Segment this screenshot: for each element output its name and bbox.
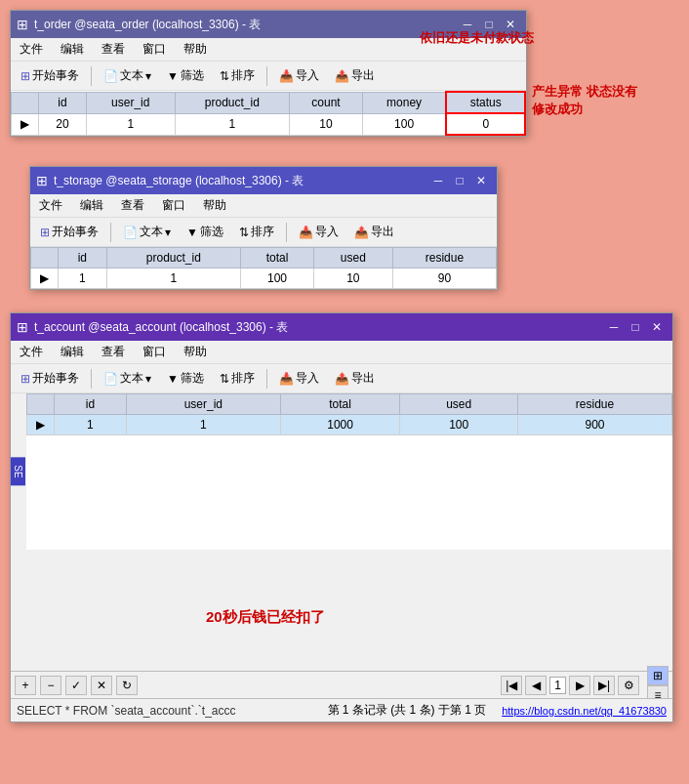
account-begin-transaction-button[interactable]: ⊞ 开始事务 <box>15 367 85 390</box>
account-import-button[interactable]: 📥 导入 <box>273 367 325 390</box>
account-menu-help[interactable]: 帮助 <box>181 343 210 361</box>
storage-import-icon: 📥 <box>299 226 313 239</box>
order-menu-edit[interactable]: 编辑 <box>58 40 87 59</box>
order-text-button[interactable]: 📄 文本▾ <box>98 64 157 87</box>
doc-icon: 📄 <box>103 69 118 83</box>
account-menu-window[interactable]: 窗口 <box>140 343 169 361</box>
storage-window-icon: ⊞ <box>36 173 48 188</box>
order-import-button[interactable]: 📥 导入 <box>273 64 325 87</box>
order-close-button[interactable]: ✕ <box>501 16 520 33</box>
confirm-button[interactable]: ✓ <box>65 676 87 695</box>
order-col-product-id[interactable]: product_id <box>175 92 290 113</box>
account-sort-button[interactable]: ⇅ 排序 <box>214 367 261 390</box>
order-menu-window[interactable]: 窗口 <box>140 40 169 59</box>
account-table-row[interactable]: ▶ 1 1 1000 100 900 <box>27 415 672 435</box>
order-minimize-button[interactable]: ─ <box>458 16 477 33</box>
order-filter-button[interactable]: ▼ 筛选 <box>161 64 210 87</box>
storage-table-row[interactable]: ▶ 1 1 100 10 90 <box>31 268 497 289</box>
account-col-user-id[interactable]: user_id <box>126 394 280 415</box>
order-col-status[interactable]: status <box>446 92 525 113</box>
storage-col-product-id[interactable]: product_id <box>106 248 241 268</box>
grid-view-button[interactable]: ⊞ <box>647 666 669 685</box>
storage-table: id product_id total used residue ▶ 1 1 1… <box>30 247 497 289</box>
account-content-area: SE id user_id total used residue <box>11 393 672 550</box>
storage-toolbar-sep-2 <box>286 223 287 242</box>
storage-minimize-button[interactable]: ─ <box>428 172 448 189</box>
account-import-icon: 📥 <box>279 372 294 386</box>
account-export-button[interactable]: 📤 导出 <box>329 367 381 390</box>
order-col-user-id[interactable]: user_id <box>86 92 175 113</box>
order-cell-product-id: 1 <box>175 113 290 135</box>
account-col-total[interactable]: total <box>280 394 400 415</box>
order-table-row[interactable]: ▶ 20 1 1 10 100 0 <box>12 113 526 135</box>
storage-begin-transaction-button[interactable]: ⊞ 开始事务 <box>34 221 104 243</box>
storage-col-marker <box>31 248 59 268</box>
account-text-button[interactable]: 📄 文本▾ <box>98 367 157 390</box>
storage-menu-view[interactable]: 查看 <box>118 196 147 215</box>
order-sort-button[interactable]: ⇅ 排序 <box>214 64 261 87</box>
settings-button[interactable]: ⚙ <box>618 676 639 695</box>
storage-close-button[interactable]: ✕ <box>471 172 491 189</box>
storage-maximize-button[interactable]: □ <box>450 172 469 189</box>
order-menu-file[interactable]: 文件 <box>17 40 46 59</box>
storage-import-button[interactable]: 📥 导入 <box>293 221 344 243</box>
account-col-used[interactable]: used <box>400 394 518 415</box>
refresh-button[interactable]: ↻ <box>116 676 138 695</box>
account-menu-view[interactable]: 查看 <box>99 343 128 361</box>
order-begin-transaction-button[interactable]: ⊞ 开始事务 <box>15 64 85 87</box>
storage-filter-button[interactable]: ▼ 筛选 <box>181 221 229 243</box>
cancel-record-button[interactable]: ✕ <box>91 676 112 695</box>
order-cell-status: 0 <box>446 113 525 135</box>
account-cell-residue: 900 <box>517 415 671 435</box>
remove-record-button[interactable]: − <box>40 676 61 695</box>
storage-col-used[interactable]: used <box>313 248 392 268</box>
prev-page-button[interactable]: ◀ <box>525 676 547 695</box>
storage-export-button[interactable]: 📤 导出 <box>348 221 400 243</box>
account-menu-edit[interactable]: 编辑 <box>58 343 87 361</box>
storage-cell-product-id: 1 <box>106 268 241 289</box>
order-menu-help[interactable]: 帮助 <box>181 40 210 59</box>
add-record-button[interactable]: + <box>15 676 36 695</box>
storage-menu-edit[interactable]: 编辑 <box>77 196 106 215</box>
next-page-button[interactable]: ▶ <box>569 676 590 695</box>
storage-title-bar: ⊞ t_storage @seata_storage (localhost_33… <box>30 167 497 194</box>
storage-col-id[interactable]: id <box>59 248 107 268</box>
last-page-button[interactable]: ▶| <box>593 676 615 695</box>
storage-cell-total: 100 <box>241 268 314 289</box>
order-col-id-val[interactable]: id <box>39 92 87 113</box>
account-table-area: id user_id total used residue ▶ 1 1 1000 <box>26 393 672 550</box>
order-cell-id: 20 <box>39 113 87 135</box>
order-export-button[interactable]: 📤 导出 <box>329 64 381 87</box>
storage-col-residue[interactable]: residue <box>392 248 496 268</box>
order-table: id user_id product_id count money status… <box>11 91 526 136</box>
account-maximize-button[interactable]: □ <box>626 318 645 336</box>
storage-text-button[interactable]: 📄 文本▾ <box>117 221 177 243</box>
blog-link[interactable]: https://blog.csdn.net/qq_41673830 <box>502 705 667 717</box>
storage-menu-window[interactable]: 窗口 <box>159 196 188 215</box>
storage-col-total[interactable]: total <box>241 248 314 268</box>
account-minimize-button[interactable]: ─ <box>604 318 624 336</box>
account-cell-id: 1 <box>55 415 127 435</box>
order-row-marker: ▶ <box>12 113 39 135</box>
storage-toolbar-sep-1 <box>110 223 111 242</box>
order-menu-view[interactable]: 查看 <box>99 40 128 59</box>
order-maximize-button[interactable]: □ <box>479 16 499 33</box>
order-toolbar: ⊞ 开始事务 📄 文本▾ ▼ 筛选 ⇅ 排序 📥 导入 📤 导出 <box>11 62 526 91</box>
storage-transaction-icon: ⊞ <box>40 226 50 239</box>
order-col-money[interactable]: money <box>362 92 446 113</box>
storage-sort-button[interactable]: ⇅ 排序 <box>233 221 280 243</box>
account-doc-icon: 📄 <box>103 372 118 386</box>
account-toolbar-sep-2 <box>266 369 267 389</box>
first-page-button[interactable]: |◀ <box>501 676 522 695</box>
storage-menu-help[interactable]: 帮助 <box>200 196 229 215</box>
account-col-residue[interactable]: residue <box>517 394 671 415</box>
account-close-button[interactable]: ✕ <box>647 318 667 336</box>
account-filter-button[interactable]: ▼ 筛选 <box>161 367 210 390</box>
account-menu-file[interactable]: 文件 <box>17 343 46 361</box>
order-col-count[interactable]: count <box>290 92 363 113</box>
account-main-content: id user_id total used residue ▶ 1 1 1000 <box>26 393 672 550</box>
storage-window: ⊞ t_storage @seata_storage (localhost_33… <box>29 166 498 290</box>
account-col-id[interactable]: id <box>55 394 127 415</box>
storage-header-row: id product_id total used residue <box>31 248 497 268</box>
storage-menu-file[interactable]: 文件 <box>36 196 65 215</box>
